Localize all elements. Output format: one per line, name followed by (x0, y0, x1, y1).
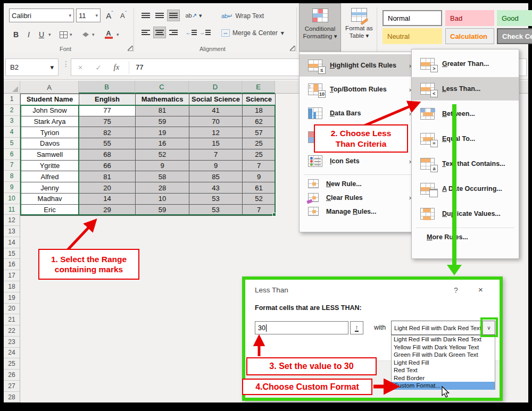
bold-button[interactable]: B (10, 28, 22, 41)
table-header-cell[interactable]: Science (243, 94, 276, 105)
row-number[interactable]: 7 (4, 160, 20, 171)
row-number[interactable]: 9 (4, 182, 20, 193)
table-cell[interactable]: 61 (243, 182, 276, 194)
row-number[interactable]: 11 (4, 204, 20, 215)
column-header-c[interactable]: C (135, 81, 189, 94)
row-number[interactable]: 8 (4, 171, 20, 182)
align-center-button[interactable] (153, 27, 166, 38)
table-cell[interactable]: 57 (243, 127, 276, 138)
select-all-corner[interactable] (4, 81, 20, 94)
row-number[interactable]: 1 (4, 94, 20, 105)
row-number[interactable]: 25 (4, 358, 20, 370)
table-cell[interactable]: 85 (189, 171, 243, 182)
chevron-down-icon[interactable]: ▾ (50, 63, 54, 71)
align-top-button[interactable] (139, 10, 152, 21)
row-number[interactable]: 17 (4, 270, 20, 281)
formula-value[interactable]: 77 (132, 63, 143, 71)
style-calculation[interactable]: Calculation (445, 28, 494, 44)
style-bad[interactable]: Bad (445, 10, 494, 26)
font-size-combo[interactable]: 11 ▾ (76, 9, 101, 22)
column-header-d[interactable]: D (189, 81, 242, 94)
fill-handle[interactable] (272, 213, 276, 216)
row-number[interactable]: 14 (4, 237, 20, 248)
format-option[interactable]: Light Red Fill with Dark Red Text (392, 335, 495, 343)
table-cell[interactable]: 7 (243, 205, 276, 216)
close-icon[interactable]: × (478, 285, 483, 294)
align-bottom-button[interactable] (167, 10, 180, 21)
row-number[interactable]: 20 (4, 304, 20, 315)
table-cell[interactable]: 52 (136, 149, 189, 161)
table-cell[interactable]: 62 (243, 116, 276, 128)
row-number[interactable]: 6 (4, 149, 20, 160)
table-cell[interactable]: Madhav (21, 194, 79, 205)
table-cell[interactable]: 52 (243, 194, 276, 205)
column-header-b[interactable]: B (79, 81, 135, 94)
table-cell[interactable]: 29 (79, 205, 136, 216)
value-input[interactable]: 30 (255, 321, 348, 334)
row-number[interactable]: 19 (4, 292, 20, 304)
table-cell[interactable]: Davos (21, 138, 79, 149)
submenu-item[interactable]: = Equal To... (412, 127, 519, 150)
table-cell[interactable]: 43 (189, 182, 243, 194)
chevron-down-icon[interactable]: ▾ (281, 29, 284, 37)
table-cell[interactable]: 66 (79, 161, 136, 172)
chevron-down-icon[interactable]: ▾ (48, 32, 51, 37)
table-header-cell[interactable]: English (79, 94, 136, 105)
increase-indent-button[interactable]: → (198, 27, 211, 38)
table-cell[interactable]: 14 (79, 194, 136, 205)
format-option[interactable]: Yellow Fill with Dark Yellow Text (392, 343, 495, 351)
row-number[interactable]: 15 (4, 248, 20, 259)
format-combo[interactable]: Light Red Fill with Dark Red Text (391, 321, 495, 335)
row-number[interactable]: 16 (4, 259, 20, 270)
table-cell[interactable]: 59 (136, 116, 189, 128)
row-number[interactable]: 4 (4, 127, 20, 138)
table-cell[interactable]: Tyrion (21, 127, 79, 138)
chevron-down-icon[interactable]: ▾ (69, 13, 71, 18)
chevron-down-icon[interactable]: ▾ (92, 32, 95, 37)
table-cell[interactable]: 28 (136, 182, 189, 194)
column-header-e[interactable]: E (242, 81, 275, 94)
column-header-a[interactable]: A (20, 81, 79, 94)
table-cell[interactable]: 10 (136, 194, 189, 205)
row-number[interactable]: 24 (4, 348, 20, 359)
row-number[interactable]: 5 (4, 138, 20, 149)
row-number[interactable]: 23 (4, 337, 20, 348)
table-cell[interactable]: Ygritte (21, 161, 79, 172)
submenu-item[interactable]: A Date Occurring... (412, 177, 519, 200)
cf-menu-item[interactable]: New Rule... (300, 177, 418, 190)
table-cell[interactable]: 75 (79, 116, 136, 128)
table-cell[interactable]: Jenny (21, 182, 79, 194)
style-neutral[interactable]: Neutral (383, 28, 442, 44)
row-number[interactable]: 22 (4, 325, 20, 337)
format-option[interactable]: Red Border (392, 374, 495, 382)
row-number[interactable]: 2 (4, 105, 20, 116)
row-number[interactable]: 28 (4, 392, 20, 402)
row-number[interactable]: 12 (4, 215, 20, 226)
orientation-button[interactable]: ab↗ ▾ (185, 10, 203, 21)
formula-bar-grip[interactable]: ⋮ (62, 60, 70, 68)
table-cell[interactable]: 18 (243, 105, 276, 116)
submenu-item[interactable]: Duplicate Values... (412, 202, 519, 225)
cf-menu-item[interactable]: Data Bars › (300, 102, 418, 124)
help-icon[interactable]: ? (454, 286, 458, 295)
table-cell[interactable]: Stark Arya (21, 116, 79, 128)
table-cell[interactable]: 19 (136, 127, 189, 138)
table-cell[interactable]: 25 (243, 149, 276, 161)
table-header-cell[interactable]: Social Science (189, 94, 243, 105)
format-option[interactable]: Custom Format... (392, 382, 495, 390)
table-cell[interactable]: Eric (21, 205, 79, 216)
table-cell[interactable]: John Snow (21, 105, 79, 116)
table-header-cell[interactable]: Student Name (21, 94, 79, 105)
conditional-formatting-button[interactable]: Conditional Formatting ▾ (299, 3, 341, 52)
table-cell[interactable]: 7 (189, 149, 243, 161)
table-cell[interactable]: 58 (136, 171, 189, 182)
table-cell[interactable]: 82 (79, 127, 136, 138)
table-cell[interactable]: 9 (136, 161, 189, 172)
table-cell[interactable]: 41 (189, 105, 243, 116)
merge-center-button[interactable]: ⇔ Merge & Center ▾ (221, 27, 285, 39)
cancel-icon[interactable]: × (71, 63, 89, 72)
format-option[interactable]: Light Red Fill (392, 359, 495, 367)
table-cell[interactable]: 25 (243, 138, 276, 149)
more-rules-item[interactable]: More Rules... (412, 230, 519, 244)
font-name-combo[interactable]: Calibri ▾ (9, 9, 74, 22)
